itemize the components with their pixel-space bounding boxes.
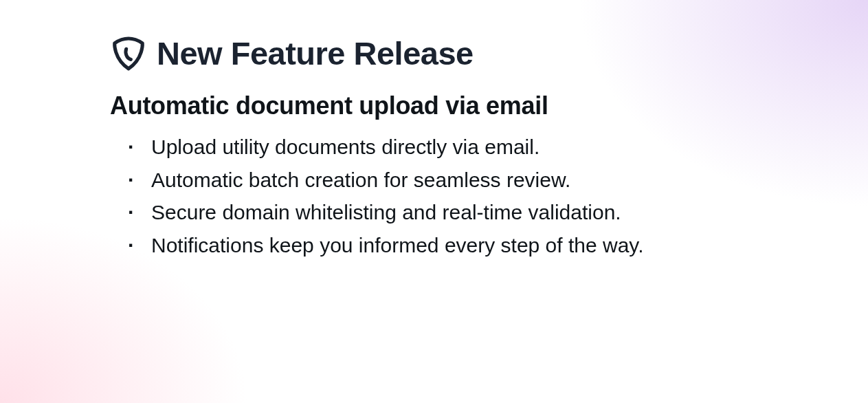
list-item: Upload utility documents directly via em…	[128, 131, 733, 163]
shield-logo-icon	[110, 35, 147, 72]
page-title: New Feature Release	[157, 34, 474, 72]
feature-bullet-list: Upload utility documents directly via em…	[110, 131, 758, 261]
list-item: Automatic batch creation for seamless re…	[128, 164, 733, 196]
feature-subtitle: Automatic document upload via email	[110, 91, 758, 120]
list-item: Notifications keep you informed every st…	[128, 230, 733, 261]
list-item: Secure domain whitelisting and real-time…	[128, 197, 733, 228]
header: New Feature Release	[110, 34, 758, 72]
